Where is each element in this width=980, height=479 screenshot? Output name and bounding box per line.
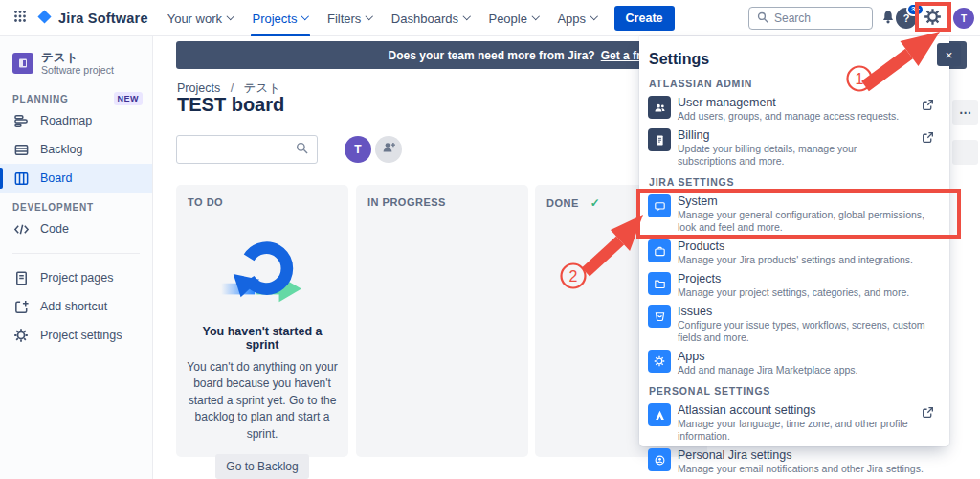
nav-label: Apps xyxy=(557,11,586,26)
nav-filters[interactable]: Filters xyxy=(318,0,382,36)
settings-item-title: Apps xyxy=(678,350,934,364)
sidebar-item-add-shortcut[interactable]: Add shortcut xyxy=(0,292,152,321)
settings-item-description: Add and manage Jira Marketplace apps. xyxy=(678,364,934,376)
chevron-down-icon xyxy=(227,12,234,20)
gear-icon xyxy=(12,327,30,344)
sidebar-item-roadmap[interactable]: Roadmap xyxy=(0,106,152,135)
banner-message: Does your team need more from Jira? xyxy=(389,49,595,62)
board-action-button-fragment[interactable] xyxy=(952,140,978,165)
banner-close-button[interactable]: × xyxy=(937,43,961,66)
sidebar-item-label: Board xyxy=(40,171,72,185)
jira-diamond-icon xyxy=(36,9,53,29)
project-header[interactable]: テスト Software project xyxy=(0,36,152,84)
nav-label: People xyxy=(488,11,526,26)
jira-app-window: Jira Software Your work Projects Filters… xyxy=(0,0,980,479)
settings-item-description: Manage your email notifications and othe… xyxy=(678,463,934,475)
section-jira-settings: JIRA SETTINGS xyxy=(649,176,934,188)
settings-item-atlassian-account[interactable]: Atlassian account settings Manage your l… xyxy=(648,402,934,444)
nav-label: Filters xyxy=(327,11,361,26)
avatar-initial: T xyxy=(354,143,361,156)
settings-item-description: Manage your Jira products' settings and … xyxy=(678,254,934,266)
empty-state-body: You can't do anything on your board beca… xyxy=(187,359,338,443)
section-planning: PLANNING NEW xyxy=(0,94,152,104)
grid-icon xyxy=(13,10,27,27)
breadcrumb-projects-link[interactable]: Projects xyxy=(177,81,220,95)
atlassian-icon xyxy=(648,403,671,426)
settings-dropdown-panel: Settings ATLASSIAN ADMIN User management… xyxy=(639,36,949,446)
settings-item-apps[interactable]: Apps Add and manage Jira Marketplace app… xyxy=(648,349,934,377)
board-column-inprogress: IN PROGRESS xyxy=(356,185,528,457)
check-icon: ✓ xyxy=(590,196,601,210)
sprint-illustration xyxy=(217,237,307,313)
sidebar-item-backlog[interactable]: Backlog xyxy=(0,135,152,164)
settings-item-title: Issues xyxy=(678,305,934,319)
chevron-down-icon xyxy=(532,12,540,20)
users-icon xyxy=(648,96,671,119)
sprint-empty-state: You haven't started a sprint You can't d… xyxy=(176,212,348,479)
user-avatar[interactable]: T xyxy=(953,8,974,29)
roadmap-icon xyxy=(12,112,30,129)
nav-label: Projects xyxy=(253,11,298,26)
settings-item-title: Products xyxy=(678,240,934,254)
bell-icon xyxy=(880,10,896,29)
new-badge: NEW xyxy=(114,92,144,105)
settings-item-billing[interactable]: Billing Update your billing details, man… xyxy=(648,127,934,169)
jira-logo[interactable]: Jira Software xyxy=(36,9,148,29)
project-name: テスト xyxy=(41,51,114,64)
issues-icon xyxy=(648,305,671,328)
sidebar-item-label: Project pages xyxy=(40,271,113,285)
nav-label: Your work xyxy=(167,11,222,26)
page-title: TEST board xyxy=(177,94,284,116)
nav-projects[interactable]: Projects xyxy=(243,0,318,36)
sidebar-item-label: Project settings xyxy=(40,329,122,342)
app-switcher-button[interactable] xyxy=(8,6,33,31)
board-search-input[interactable] xyxy=(176,135,318,164)
nav-dashboards[interactable]: Dashboards xyxy=(382,0,479,36)
settings-item-title: Atlassian account settings xyxy=(678,403,915,418)
nav-apps[interactable]: Apps xyxy=(547,0,606,36)
section-atlassian-admin: ATLASSIAN ADMIN xyxy=(649,78,934,89)
nav-people[interactable]: People xyxy=(479,0,547,36)
add-people-button[interactable] xyxy=(375,136,402,163)
pages-icon xyxy=(12,269,30,286)
sidebar-item-project-pages[interactable]: Project pages xyxy=(0,263,152,292)
help-button[interactable]: ? 3+ xyxy=(896,8,917,29)
settings-item-personal-jira[interactable]: Personal Jira settings Manage your email… xyxy=(648,447,934,476)
settings-item-user-management[interactable]: User management Add users, groups, and m… xyxy=(648,95,934,124)
column-title: DONE xyxy=(546,197,579,209)
nav-label: Dashboards xyxy=(391,11,458,26)
close-icon: × xyxy=(946,48,953,62)
sidebar-item-project-settings[interactable]: Project settings xyxy=(0,321,152,350)
search-input[interactable] xyxy=(774,11,860,25)
nav-your-work[interactable]: Your work xyxy=(158,0,243,36)
chevron-down-icon xyxy=(463,12,471,20)
breadcrumb-project-link[interactable]: テスト xyxy=(244,81,280,95)
add-shortcut-icon xyxy=(12,298,30,315)
add-person-icon xyxy=(381,140,396,159)
settings-item-system[interactable]: System Manage your general configuration… xyxy=(648,194,934,235)
settings-item-products[interactable]: Products Manage your Jira products' sett… xyxy=(648,239,934,267)
settings-item-issues[interactable]: Issues Configure your issue types, workf… xyxy=(648,304,934,345)
avatar-initial: T xyxy=(961,13,967,24)
go-to-backlog-button[interactable]: Go to Backlog xyxy=(215,454,308,479)
board-member-avatar[interactable]: T xyxy=(345,136,371,163)
settings-item-description: Manage your general configuration, globa… xyxy=(678,209,934,234)
create-button[interactable]: Create xyxy=(614,6,675,31)
settings-item-description: Manage your project settings, categories… xyxy=(678,286,934,299)
billing-icon xyxy=(648,128,671,151)
settings-gear-button[interactable] xyxy=(922,8,943,29)
settings-item-description: Manage your language, time zone, and oth… xyxy=(678,418,915,443)
board-more-button[interactable]: ⋯ xyxy=(952,100,978,125)
settings-item-title: User management xyxy=(678,96,915,110)
app-name: Jira Software xyxy=(58,11,148,26)
column-title: TO DO xyxy=(188,196,223,208)
sidebar-item-label: Add shortcut xyxy=(40,300,107,313)
settings-panel-title: Settings xyxy=(649,51,934,68)
settings-item-projects[interactable]: Projects Manage your project settings, c… xyxy=(648,271,934,300)
settings-item-title: Personal Jira settings xyxy=(678,448,934,463)
settings-item-title: Billing xyxy=(678,128,915,143)
sidebar-item-board[interactable]: Board xyxy=(0,164,152,193)
global-search[interactable] xyxy=(748,7,873,30)
sidebar-item-code[interactable]: Code xyxy=(0,215,152,243)
settings-item-description: Add users, groups, and manage access req… xyxy=(678,110,915,123)
